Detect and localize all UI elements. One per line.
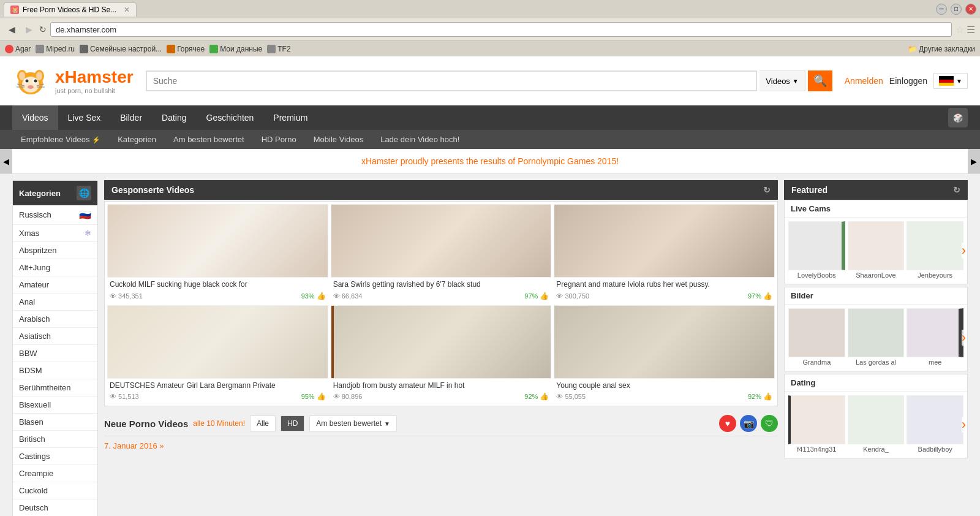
bookmark-family-label: Семейные настрой... <box>90 45 162 53</box>
featured-sidebar: Featured ↻ Live Cams LovelyBoobs Shaaron… <box>784 180 968 516</box>
bilder-label-3: mee <box>907 357 963 367</box>
back-button[interactable]: ◀ <box>5 23 18 36</box>
tab-close-icon[interactable]: ✕ <box>124 6 130 14</box>
bookmark-mydata[interactable]: Мои данные <box>209 45 262 53</box>
language-selector[interactable]: ▼ <box>933 73 968 89</box>
maximize-button[interactable]: □ <box>951 4 962 15</box>
featured-livecams: Live Cams LovelyBoobs ShaaronLove Jenbey… <box>784 200 968 284</box>
bookmark-agar[interactable]: Agar <box>5 45 31 53</box>
bilder-item-3[interactable]: mee <box>907 308 963 367</box>
subnav-kategorien[interactable]: Kategorien <box>109 130 165 149</box>
bookmark-hot[interactable]: Горячее <box>167 45 205 53</box>
sidebar-item-beruhmtheiten[interactable]: Berühmtheiten <box>13 379 97 396</box>
nav-livesex[interactable]: Live Sex <box>58 105 111 130</box>
nav-geschichten[interactable]: Geschichten <box>197 105 264 130</box>
video-card-4[interactable]: DEUTSCHES Amateur Girl Lara Bergmann Pri… <box>107 305 328 404</box>
nav-videos[interactable]: Videos <box>12 105 58 130</box>
sidebar-item-cuckold[interactable]: Cuckold <box>13 482 97 499</box>
dating-item-1[interactable]: f4113n4ng31 <box>788 395 845 454</box>
bookmarks-bar: Agar Miped.ru Семейные настрой... Горяче… <box>0 40 980 56</box>
sidebar-item-abspritzen[interactable]: Abspritzen <box>13 242 97 259</box>
video-info-2: Sara Swirls getting ravished by 6'7 blac… <box>331 278 552 303</box>
bookmark-family[interactable]: Семейные настрой... <box>80 45 162 53</box>
sidebar-item-castings[interactable]: Castings <box>13 448 97 465</box>
search-filter-dropdown[interactable]: Videos ▼ <box>760 70 805 91</box>
video-card-6[interactable]: Young couple anal sex 👁 55,055 92% 👍 <box>554 305 775 404</box>
close-button[interactable]: ✕ <box>965 4 976 15</box>
sidebar-item-asiatisch[interactable]: Asiatisch <box>13 328 97 345</box>
sidebar-item-deutsch[interactable]: Deutsch <box>13 499 97 516</box>
bookmark-miped[interactable]: Miped.ru <box>36 45 75 53</box>
sidebar-item-bdsm[interactable]: BDSM <box>13 362 97 379</box>
bookmark-miped-label: Miped.ru <box>46 45 75 53</box>
video-card-3[interactable]: Pregnant and mature Iviola rubs her wet … <box>554 204 775 303</box>
sidebar-item-amateur[interactable]: Amateur <box>13 276 97 294</box>
bilder-arrow-icon[interactable]: › <box>962 330 966 346</box>
sidebar-item-xmas[interactable]: Xmas ❄ <box>13 225 97 242</box>
announcement-next-button[interactable]: ▶ <box>968 149 980 173</box>
sidebar-item-russisch[interactable]: Russisch 🇷🇺 <box>13 205 97 225</box>
video-thumb-1 <box>107 204 328 278</box>
subnav-hdporno[interactable]: HD Porno <box>253 130 305 149</box>
featured-refresh-icon[interactable]: ↻ <box>953 185 960 195</box>
announcement-prev-button[interactable]: ◀ <box>0 149 12 173</box>
subnav-bewertet[interactable]: Am besten bewertet <box>165 130 253 149</box>
sidebar-item-britisch[interactable]: Britisch <box>13 431 97 448</box>
date-row[interactable]: 7. Januar 2016 » <box>104 439 778 453</box>
nav-bilder[interactable]: Bilder <box>110 105 152 130</box>
sidebar-item-altjung[interactable]: Alt+Jung <box>13 259 97 276</box>
sidebar-item-bisexuell[interactable]: Bisexuell <box>13 396 97 414</box>
search-button[interactable]: 🔍 <box>808 70 832 91</box>
dating-item-2[interactable]: Kendra_ <box>848 395 905 454</box>
video-thumb-6 <box>554 305 775 379</box>
random-button[interactable]: 🎲 <box>948 108 968 127</box>
browser-tab[interactable]: 🐹 Free Porn Videos & HD Se... ✕ <box>4 2 137 17</box>
bilder-item-2[interactable]: Las gordas al <box>848 308 905 367</box>
video-meta-3: 👁 300,750 97% 👍 <box>556 292 772 300</box>
bilder-item-1[interactable]: Grandma <box>788 308 845 367</box>
nav-dating[interactable]: Dating <box>152 105 196 130</box>
browser-titlebar: 🐹 Free Porn Videos & HD Se... ✕ ─ □ ✕ <box>0 0 980 18</box>
heart-icon-button[interactable]: ♥ <box>719 415 736 432</box>
forward-button[interactable]: ▶ <box>22 23 36 36</box>
nav-premium[interactable]: Premium <box>263 105 317 130</box>
subnav-upload[interactable]: Lade dein Video hoch! <box>372 130 468 149</box>
sidebar-item-anal[interactable]: Anal <box>13 294 97 311</box>
mydata-icon <box>209 45 218 53</box>
livecam-thumb-1 <box>788 221 845 270</box>
search-input[interactable] <box>146 70 758 91</box>
livecam-item-3[interactable]: Jenbeyours <box>907 221 963 280</box>
address-bar[interactable] <box>50 22 952 37</box>
livecams-arrow-icon[interactable]: › <box>962 243 966 259</box>
camera-icon-button[interactable]: 📷 <box>740 415 757 432</box>
anmelden-button[interactable]: Anmelden <box>845 76 883 86</box>
sidebar-item-bbw[interactable]: BBW <box>13 345 97 362</box>
menu-icon[interactable]: ☰ <box>967 24 975 36</box>
livecam-item-1[interactable]: LovelyBoobs <box>788 221 845 280</box>
sidebar-item-creampie[interactable]: Creampie <box>13 465 97 482</box>
filter-alle-label[interactable]: alle 10 Minuten! <box>193 419 245 428</box>
video-title-6: Young couple anal sex <box>556 381 772 391</box>
refresh-icon[interactable]: ↻ <box>763 185 771 195</box>
star-icon[interactable]: ☆ <box>956 24 964 36</box>
shield-icon-button[interactable]: 🛡 <box>761 415 778 432</box>
subnav-empfohlene[interactable]: Empfohlene Videos ⚡ <box>12 130 109 149</box>
subnav-mobile[interactable]: Mobile Videos <box>305 130 372 149</box>
globe-icon[interactable]: 🌐 <box>77 186 91 200</box>
video-card-5[interactable]: Handjob from busty amateur MILF in hot 👁… <box>331 305 552 404</box>
filter-alle-button[interactable]: Alle <box>250 415 276 431</box>
filter-hd-button[interactable]: HD <box>281 415 304 431</box>
livecam-item-2[interactable]: ShaaronLove <box>848 221 905 280</box>
sidebar-item-blasen[interactable]: Blasen <box>13 414 97 431</box>
refresh-button[interactable]: ↻ <box>39 25 47 34</box>
video-card-2[interactable]: Sara Swirls getting ravished by 6'7 blac… <box>331 204 552 303</box>
einloggen-button[interactable]: Einloggen <box>889 76 927 86</box>
dating-arrow-icon[interactable]: › <box>962 417 966 433</box>
minimize-button[interactable]: ─ <box>936 4 947 15</box>
dating-item-3[interactable]: Badbillyboy <box>907 395 963 454</box>
other-bookmarks[interactable]: 📁 Другие закладки <box>908 45 975 53</box>
video-card-1[interactable]: Cuckold MILF sucking huge black cock for… <box>107 204 328 303</box>
bookmark-tf2[interactable]: TF2 <box>267 45 290 53</box>
filter-best-dropdown[interactable]: Am besten bewertet ▼ <box>309 415 397 431</box>
sidebar-item-arabisch[interactable]: Arabisch <box>13 311 97 328</box>
